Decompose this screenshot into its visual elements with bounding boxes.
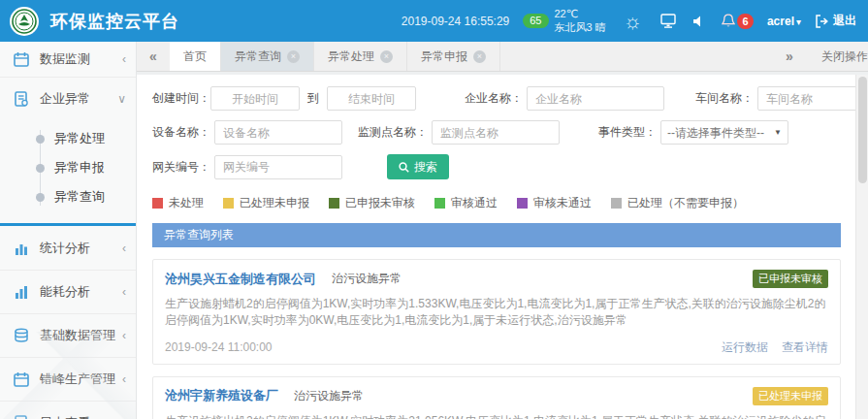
scroll-tabs-right-icon[interactable]: » bbox=[773, 48, 806, 64]
sidebar-item-anomaly-query[interactable]: 异常查询 bbox=[0, 182, 136, 211]
event-type-select-wrap: --请选择事件类型-- bbox=[660, 120, 788, 145]
anomaly-description: 生产设施挤出机2的启停阀值为1KW,实时功率为21.056KW,电压变比为1,电… bbox=[165, 413, 828, 419]
tab-home[interactable]: 首页 bbox=[170, 42, 221, 71]
legend-label: 未处理 bbox=[169, 195, 204, 211]
legend-label: 已申报未审核 bbox=[345, 195, 415, 211]
app-logo-icon bbox=[10, 7, 39, 36]
tab-label: 异常查询 bbox=[235, 48, 281, 65]
monitor-icon[interactable] bbox=[659, 13, 677, 30]
created-time-label: 创建时间： bbox=[152, 90, 210, 107]
sidebar-item-label: 统计分析 bbox=[40, 240, 90, 257]
view-detail-link[interactable]: 查看详情 bbox=[782, 339, 828, 356]
sub-item-label: 异常申报 bbox=[54, 159, 105, 177]
workshop-name-input[interactable] bbox=[757, 86, 868, 111]
calendar-icon bbox=[14, 51, 29, 67]
top-header: 环保监控云平台 2019-09-24 16:55:29 65 22℃ 东北风3 … bbox=[0, 0, 868, 42]
bar-chart-icon bbox=[14, 241, 29, 256]
device-name-label: 设备名称： bbox=[152, 124, 210, 141]
search-icon bbox=[399, 162, 409, 173]
anomaly-date: 2019-09-24 11:00:00 bbox=[165, 340, 273, 354]
legend-item: 已处理（不需要申报） bbox=[611, 195, 744, 211]
legend-item: 未处理 bbox=[152, 195, 204, 211]
header-datetime: 2019-09-24 16:55:29 bbox=[402, 15, 509, 28]
scroll-tabs-left-icon[interactable]: « bbox=[137, 42, 170, 71]
close-tab-icon[interactable]: × bbox=[473, 50, 486, 63]
sidebar-item-data-monitoring[interactable]: 数据监测 ‹ bbox=[0, 42, 136, 77]
chevron-left-icon: ‹ bbox=[122, 52, 126, 66]
workshop-name-label: 车间名称： bbox=[695, 90, 754, 107]
anomaly-description: 生产设施射蜡机2的启停阀值为1KW,实时功率为1.533KW,电压变比为1,电流… bbox=[165, 296, 828, 330]
tab-label: 异常处理 bbox=[328, 48, 374, 65]
legend-label: 审核通过 bbox=[451, 195, 498, 211]
sidebar-item-label: 数据监测 bbox=[40, 50, 90, 68]
gateway-number-label: 网关编号： bbox=[152, 159, 210, 176]
monitor-point-input[interactable] bbox=[432, 120, 560, 145]
sun-weather-icon: ☼ bbox=[624, 10, 642, 33]
search-form-row-2: 设备名称： 监测点名称： 事件类型： --请选择事件类型-- bbox=[152, 120, 854, 145]
legend-color-swatch bbox=[223, 198, 234, 209]
wind-label: 东北风3 bbox=[555, 21, 593, 33]
notifications-bell[interactable]: 6 bbox=[722, 14, 754, 29]
company-name-link[interactable]: 沧州宇新养殖设备厂 bbox=[165, 387, 278, 404]
monitor-point-label: 监测点名称： bbox=[358, 124, 428, 141]
event-type-select[interactable]: --请选择事件类型-- bbox=[660, 120, 788, 145]
scrollbar-track[interactable] bbox=[855, 75, 868, 419]
sub-item-label: 异常处理 bbox=[54, 130, 105, 147]
legend-color-swatch bbox=[152, 198, 163, 209]
close-tab-icon[interactable]: × bbox=[287, 50, 300, 63]
status-badge: 已处理未申报 bbox=[753, 387, 828, 405]
company-name-input[interactable] bbox=[527, 86, 664, 111]
weather-label: 晴 bbox=[595, 21, 606, 33]
close-tab-icon[interactable]: × bbox=[380, 50, 393, 63]
gateway-number-input[interactable] bbox=[214, 155, 342, 179]
bell-icon bbox=[722, 14, 735, 28]
sidebar-item-statistics[interactable]: 统计分析 ‹ bbox=[0, 226, 136, 270]
close-operations-menu[interactable]: 关闭操作 bbox=[821, 48, 868, 65]
sidebar-nav: 数据监测 ‹ 企业异常 ∨ 异常处理 异常申报 异常查询 统计分析 ‹ 能耗分析… bbox=[0, 42, 137, 419]
sidebar-item-anomaly-handle[interactable]: 异常处理 bbox=[0, 124, 136, 153]
tab-anomaly-declare[interactable]: 异常申报 × bbox=[407, 42, 500, 71]
content-panel: 创建时间： 到 企业名称： 车间名称： 设备名称： 监测点名称： 事件类型： -… bbox=[137, 75, 868, 419]
user-menu[interactable]: acrel▾ bbox=[767, 15, 801, 28]
end-time-input[interactable] bbox=[327, 86, 416, 111]
sub-item-label: 异常查询 bbox=[54, 188, 105, 206]
list-panel-header: 异常查询列表 bbox=[152, 223, 841, 247]
document-gear-icon bbox=[14, 91, 29, 107]
company-name-link[interactable]: 沧州昊兴五金制造有限公司 bbox=[165, 271, 316, 288]
scrollbar-thumb[interactable] bbox=[858, 77, 867, 183]
logout-button[interactable]: 退出 bbox=[815, 13, 856, 29]
chevron-down-icon: ∨ bbox=[117, 92, 126, 106]
speaker-mute-icon[interactable] bbox=[691, 13, 708, 30]
temperature-label: 22℃ bbox=[555, 8, 579, 19]
search-form-row-1: 创建时间： 到 企业名称： 车间名称： bbox=[152, 86, 854, 111]
sidebar-item-enterprise-anomaly[interactable]: 企业异常 ∨ bbox=[0, 77, 136, 120]
search-form-row-3: 网关编号： 搜索 bbox=[152, 154, 854, 179]
tab-anomaly-handle[interactable]: 异常处理 × bbox=[314, 42, 407, 71]
legend-color-swatch bbox=[434, 198, 445, 209]
device-name-input[interactable] bbox=[214, 120, 342, 145]
status-badge: 已申报未审核 bbox=[753, 270, 828, 288]
event-type-text: 治污设施异常 bbox=[332, 271, 402, 287]
tab-label: 首页 bbox=[183, 48, 207, 65]
legend-item: 审核通过 bbox=[434, 195, 498, 211]
chart-icon bbox=[14, 284, 29, 300]
search-button-label: 搜索 bbox=[414, 159, 437, 176]
sidebar-item-energy-analysis[interactable]: 能耗分析 ‹ bbox=[0, 270, 136, 313]
aqi-badge: 65 bbox=[523, 14, 548, 29]
sidebar-subnav: 异常处理 异常申报 异常查询 bbox=[0, 120, 136, 223]
search-button[interactable]: 搜索 bbox=[387, 154, 449, 179]
logout-icon bbox=[815, 15, 828, 28]
status-legend: 未处理 已处理未申报 已申报未审核 审核通过 审核未通过 已处理（不需要申报） bbox=[152, 195, 854, 211]
tab-label: 异常申报 bbox=[421, 48, 467, 65]
anomaly-list-item: 沧州宇新养殖设备厂 治污设施异常 已处理未申报 生产设施挤出机2的启停阀值为1K… bbox=[152, 376, 841, 419]
anomaly-list-item: 沧州昊兴五金制造有限公司 治污设施异常 已申报未审核 生产设施射蜡机2的启停阀值… bbox=[152, 259, 841, 365]
sidebar-item-anomaly-declare[interactable]: 异常申报 bbox=[0, 153, 136, 182]
legend-item: 已申报未审核 bbox=[329, 195, 415, 211]
run-data-link[interactable]: 运行数据 bbox=[722, 339, 768, 356]
app-title: 环保监控云平台 bbox=[50, 10, 179, 33]
tab-anomaly-query[interactable]: 异常查询 × bbox=[221, 42, 314, 71]
weather-widget: 65 22℃ 东北风3 晴 bbox=[523, 8, 605, 35]
start-time-input[interactable] bbox=[210, 86, 300, 111]
legend-item: 已处理未申报 bbox=[223, 195, 309, 211]
company-name-label: 企业名称： bbox=[465, 90, 523, 107]
